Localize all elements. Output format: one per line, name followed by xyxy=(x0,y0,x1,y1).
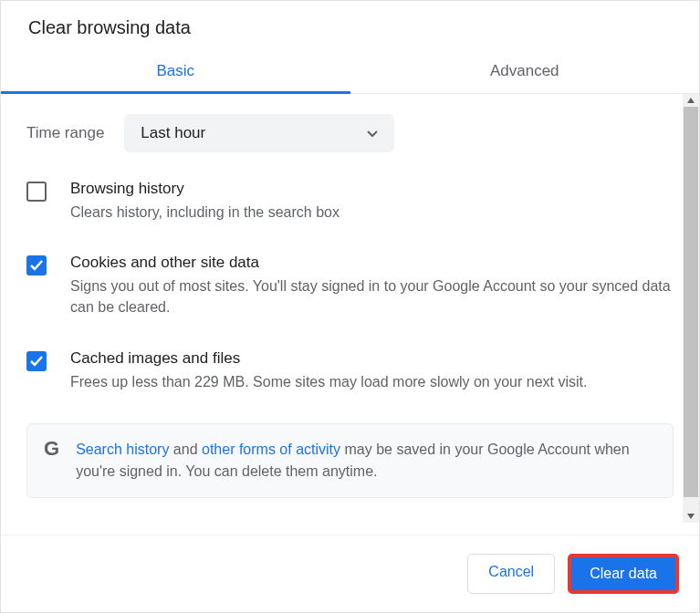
time-range-row: Time range Last hour xyxy=(26,114,674,152)
google-logo-icon: G xyxy=(44,439,59,459)
tab-basic[interactable]: Basic xyxy=(1,49,350,93)
time-range-label: Time range xyxy=(26,124,104,142)
option-cache: Cached images and files Frees up less th… xyxy=(26,349,674,392)
tabs: Basic Advanced xyxy=(1,49,699,94)
option-desc: Frees up less than 229 MB. Some sites ma… xyxy=(70,371,587,392)
info-text: Search history and other forms of activi… xyxy=(76,439,656,483)
option-cookies: Cookies and other site data Signs you ou… xyxy=(26,254,674,317)
option-browsing-history: Browsing history Clears history, includi… xyxy=(26,180,674,223)
scroll-down-icon[interactable] xyxy=(683,510,699,523)
dialog-title: Clear browsing data xyxy=(1,1,699,49)
checkbox-browsing-history[interactable] xyxy=(26,182,47,202)
content-area: Time range Last hour Browsing history Cl… xyxy=(1,94,699,523)
option-title: Cached images and files xyxy=(70,349,587,368)
scroll-thumb[interactable] xyxy=(684,107,698,497)
checkbox-cookies[interactable] xyxy=(26,255,47,275)
option-title: Cookies and other site data xyxy=(70,254,674,272)
time-range-select[interactable]: Last hour xyxy=(124,114,394,152)
scroll-up-icon[interactable] xyxy=(683,94,699,107)
time-range-value: Last hour xyxy=(141,124,205,142)
dropdown-arrow-icon xyxy=(367,124,378,142)
dialog-footer: Cancel Clear data xyxy=(1,535,699,612)
tab-advanced[interactable]: Advanced xyxy=(350,49,700,93)
clear-data-button[interactable]: Clear data xyxy=(568,554,679,594)
google-account-info: G Search history and other forms of acti… xyxy=(26,423,674,498)
link-other-activity[interactable]: other forms of activity xyxy=(202,442,340,457)
scrollbar[interactable] xyxy=(683,94,699,523)
option-desc: Clears history, including in the search … xyxy=(70,202,340,223)
cancel-button[interactable]: Cancel xyxy=(467,554,555,594)
option-title: Browsing history xyxy=(70,180,340,198)
link-search-history[interactable]: Search history xyxy=(76,442,169,457)
checkbox-cache[interactable] xyxy=(26,351,47,371)
option-desc: Signs you out of most sites. You'll stay… xyxy=(70,275,674,317)
